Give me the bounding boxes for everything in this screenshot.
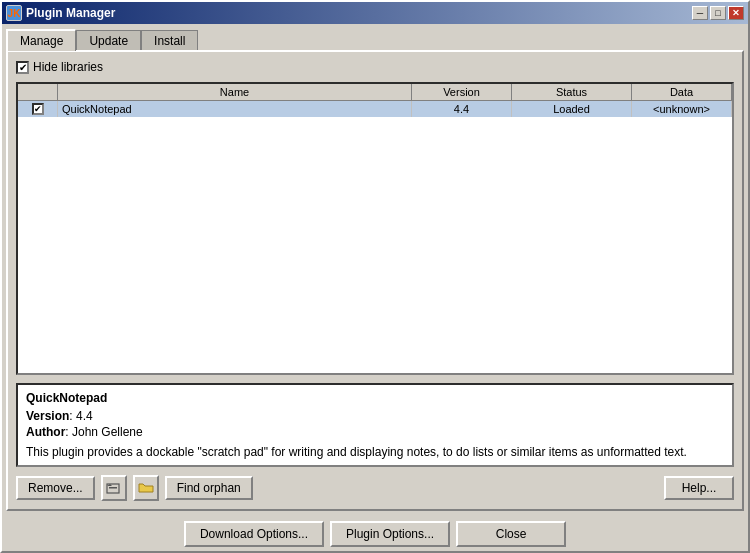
table-header: Name Version Status Data <box>18 84 732 101</box>
info-author-row: Author: John Gellene <box>26 425 724 439</box>
col-header-data: Data <box>632 84 732 100</box>
col-header-version: Version <box>412 84 512 100</box>
plugin-table: Name Version Status Data ✔ QuickNotepad … <box>16 82 734 375</box>
svg-rect-1 <box>109 487 117 489</box>
info-author-label: Author <box>26 425 65 439</box>
tab-install[interactable]: Install <box>141 30 198 52</box>
close-button[interactable]: Close <box>456 521 566 547</box>
col-header-name: Name <box>58 84 412 100</box>
info-version-value: 4.4 <box>76 409 93 423</box>
plugin-manager-window: JK Plugin Manager ─ □ ✕ Manage Update In… <box>0 0 750 553</box>
info-version-label: Version <box>26 409 69 423</box>
title-bar-left: JK Plugin Manager <box>6 5 115 21</box>
window-icon: JK <box>6 5 22 21</box>
tabs: Manage Update Install <box>6 28 744 50</box>
minimize-button[interactable]: ─ <box>692 6 708 20</box>
info-description: This plugin provides a dockable "scratch… <box>26 445 724 459</box>
folder-icon <box>138 481 154 495</box>
row-data: <unknown> <box>632 101 732 117</box>
folder-icon-button[interactable] <box>133 475 159 501</box>
info-version-row: Version: 4.4 <box>26 409 724 423</box>
window-content: Manage Update Install ✔ Hide libraries N… <box>2 24 748 515</box>
row-checkbox-cell[interactable]: ✔ <box>18 101 58 117</box>
load-icon-button[interactable] <box>101 475 127 501</box>
find-orphan-button[interactable]: Find orphan <box>165 476 253 500</box>
footer-buttons: Download Options... Plugin Options... Cl… <box>2 515 748 551</box>
bottom-buttons: Remove... Find orphan Help... <box>16 475 734 501</box>
row-version: 4.4 <box>412 101 512 117</box>
maximize-button[interactable]: □ <box>710 6 726 20</box>
col-header-check <box>18 84 58 100</box>
close-window-button[interactable]: ✕ <box>728 6 744 20</box>
table-row[interactable]: ✔ QuickNotepad 4.4 Loaded <unknown> <box>18 101 732 117</box>
col-header-status: Status <box>512 84 632 100</box>
hide-libraries-checkbox[interactable]: ✔ <box>16 61 29 74</box>
help-button[interactable]: Help... <box>664 476 734 500</box>
hide-libraries-row: ✔ Hide libraries <box>16 60 734 74</box>
info-author-value: John Gellene <box>72 425 143 439</box>
plugin-info-panel: QuickNotepad Version: 4.4 Author: John G… <box>16 383 734 467</box>
title-bar: JK Plugin Manager ─ □ ✕ <box>2 2 748 24</box>
row-name: QuickNotepad <box>58 101 412 117</box>
title-buttons: ─ □ ✕ <box>692 6 744 20</box>
row-status: Loaded <box>512 101 632 117</box>
hide-libraries-label: Hide libraries <box>33 60 103 74</box>
row-checkbox[interactable]: ✔ <box>32 103 44 115</box>
load-icon <box>106 481 122 495</box>
remove-button[interactable]: Remove... <box>16 476 95 500</box>
download-options-button[interactable]: Download Options... <box>184 521 324 547</box>
tab-manage[interactable]: Manage <box>6 29 76 51</box>
info-plugin-name: QuickNotepad <box>26 391 724 405</box>
table-body: ✔ QuickNotepad 4.4 Loaded <unknown> <box>18 101 732 117</box>
window-title: Plugin Manager <box>26 6 115 20</box>
tab-update[interactable]: Update <box>76 30 141 52</box>
plugin-options-button[interactable]: Plugin Options... <box>330 521 450 547</box>
manage-panel: ✔ Hide libraries Name Version Status Dat… <box>6 50 744 511</box>
